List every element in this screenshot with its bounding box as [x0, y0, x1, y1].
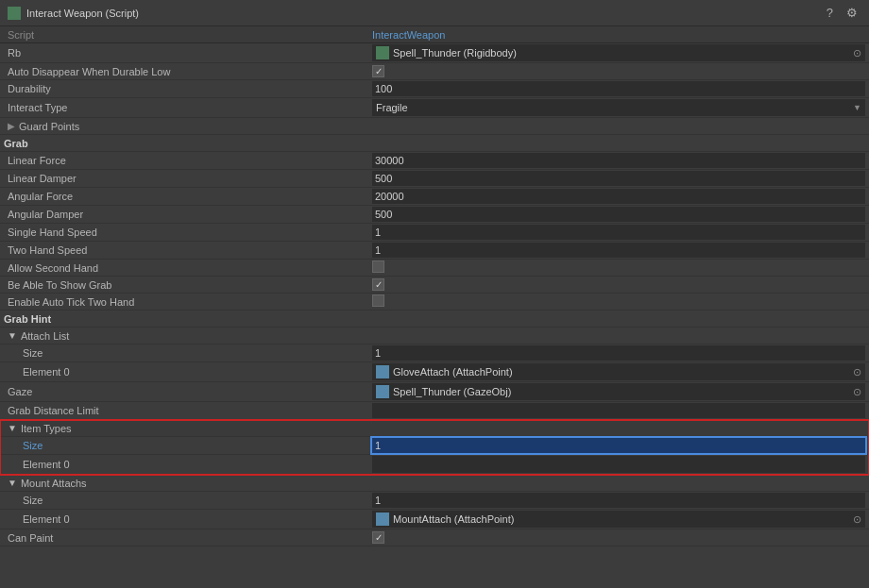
item-types-arrow: ▼ — [8, 423, 17, 433]
allow-second-hand-checkbox[interactable] — [372, 260, 384, 273]
rb-label: Rb — [4, 47, 372, 59]
item-types-size-value — [372, 438, 865, 453]
two-hand-speed-value — [372, 243, 865, 258]
interact-type-label: Interact Type — [4, 102, 372, 113]
angular-damper-label: Angular Damper — [4, 209, 372, 220]
enable-auto-tick-value — [372, 294, 865, 309]
mount-attachs-element0-icon — [376, 512, 389, 526]
mount-attachs-element0-row: Element 0 MountAttach (AttachPoint) ⊙ — [0, 510, 869, 529]
be-able-to-show-grab-value — [372, 278, 865, 291]
angular-force-value — [372, 189, 865, 204]
grab-distance-limit-row: Grab Distance Limit — [0, 402, 869, 420]
grab-hint-header: Grab Hint — [0, 311, 869, 328]
angular-force-input[interactable] — [372, 189, 865, 204]
title-bar-title: Interact Weapon (Script) — [26, 8, 823, 19]
attach-list-element0-text: GloveAttach (AttachPoint) — [393, 366, 849, 378]
gaze-value: Spell_Thunder (GazeObj) ⊙ — [372, 383, 865, 400]
rb-select-btn[interactable]: ⊙ — [853, 47, 861, 59]
allow-second-hand-row: Allow Second Hand — [0, 260, 869, 277]
mount-attachs-size-input[interactable] — [372, 493, 865, 508]
guard-points-label: Guard Points — [19, 121, 79, 132]
settings-button[interactable]: ⚙ — [843, 4, 861, 22]
mount-attachs-element0-label: Element 0 — [4, 513, 372, 525]
grab-distance-limit-value — [372, 403, 865, 418]
item-types-size-input[interactable] — [372, 438, 865, 453]
grab-distance-limit-input[interactable] — [372, 403, 865, 418]
grab-header: Grab — [0, 135, 869, 152]
gaze-object-text: Spell_Thunder (GazeObj) — [393, 386, 849, 397]
can-paint-checkbox[interactable] — [372, 531, 384, 544]
attach-list-element0-value: GloveAttach (AttachPoint) ⊙ — [372, 363, 865, 380]
be-able-to-show-grab-row: Be Able To Show Grab — [0, 277, 869, 294]
be-able-to-show-grab-checkbox[interactable] — [372, 278, 384, 291]
script-label: Script — [4, 29, 372, 41]
gaze-select-btn[interactable]: ⊙ — [853, 386, 861, 398]
auto-disappear-checkbox[interactable] — [372, 65, 384, 77]
durability-input[interactable] — [372, 81, 865, 96]
attach-list-size-input[interactable] — [372, 345, 865, 361]
item-types-header-row: ▼ Item Types — [0, 420, 869, 437]
durability-row: Durability — [0, 80, 869, 98]
item-types-element0-label: Element 0 — [4, 459, 372, 470]
rb-object-text: Spell_Thunder (Rigidbody) — [393, 47, 849, 59]
attach-list-label: Attach List — [21, 330, 69, 342]
item-types-size-row: Size — [0, 437, 869, 455]
single-hand-speed-label: Single Hand Speed — [4, 227, 372, 238]
angular-damper-input[interactable] — [372, 207, 865, 222]
be-able-to-show-grab-label: Be Able To Show Grab — [4, 279, 372, 291]
guard-points-row: ▶ Guard Points — [0, 118, 869, 135]
attach-list-header-row: ▼ Attach List — [0, 328, 869, 344]
attach-list-element0-row: Element 0 GloveAttach (AttachPoint) ⊙ — [0, 362, 869, 382]
linear-damper-row: Linear Damper — [0, 170, 869, 188]
rb-icon — [376, 46, 389, 59]
help-button[interactable]: ? — [823, 4, 837, 22]
single-hand-speed-row: Single Hand Speed — [0, 224, 869, 242]
mount-attachs-element0-btn[interactable]: ⊙ — [853, 513, 861, 526]
item-types-size-label: Size — [4, 440, 372, 451]
mount-attachs-arrow: ▼ — [8, 478, 17, 488]
linear-force-row: Linear Force — [0, 152, 869, 170]
angular-damper-row: Angular Damper — [0, 206, 869, 224]
guard-points-arrow: ▶ — [8, 121, 15, 131]
auto-disappear-value — [372, 65, 865, 77]
mount-attachs-size-value — [372, 493, 865, 508]
interact-type-dropdown[interactable]: Fragile ▼ — [372, 99, 865, 116]
enable-auto-tick-checkbox[interactable] — [372, 294, 384, 307]
item-types-label: Item Types — [21, 423, 72, 434]
linear-damper-value — [372, 171, 865, 186]
can-paint-row: Can Paint — [0, 529, 869, 546]
interact-type-row: Interact Type Fragile ▼ — [0, 98, 869, 118]
mount-attachs-label: Mount Attachs — [21, 478, 87, 489]
rb-value: Spell_Thunder (Rigidbody) ⊙ — [372, 44, 865, 61]
interact-type-value: Fragile — [376, 102, 853, 113]
enable-auto-tick-label: Enable Auto Tick Two Hand — [4, 296, 372, 308]
two-hand-speed-input[interactable] — [372, 243, 865, 258]
attach-list-arrow: ▼ — [8, 330, 17, 341]
durability-label: Durability — [4, 83, 372, 94]
attach-list-element0-label: Element 0 — [4, 366, 372, 378]
linear-force-value — [372, 153, 865, 168]
attach-list-element0-btn[interactable]: ⊙ — [853, 366, 861, 378]
item-types-element0-value — [372, 456, 865, 473]
script-value: InteractWeapon — [372, 29, 865, 41]
two-hand-speed-row: Two Hand Speed — [0, 242, 869, 260]
enable-auto-tick-row: Enable Auto Tick Two Hand — [0, 294, 869, 311]
linear-force-input[interactable] — [372, 153, 865, 168]
angular-damper-value — [372, 207, 865, 222]
title-bar-actions: ? ⚙ — [823, 4, 861, 22]
allow-second-hand-value — [372, 260, 865, 275]
gaze-icon — [376, 385, 389, 398]
attach-list-size-row: Size — [0, 344, 869, 362]
script-row: Script InteractWeapon — [0, 26, 869, 43]
mount-attachs-element0-text: MountAttach (AttachPoint) — [393, 513, 849, 525]
gaze-label: Gaze — [4, 386, 372, 397]
attach-list-size-label: Size — [4, 347, 372, 359]
item-types-section: ▼ Item Types Size Element 0 — [0, 420, 869, 475]
linear-damper-input[interactable] — [372, 171, 865, 186]
durability-value — [372, 81, 865, 96]
single-hand-speed-input[interactable] — [372, 225, 865, 240]
item-types-element0-row: Element 0 — [0, 455, 869, 475]
linear-force-label: Linear Force — [4, 155, 372, 166]
can-paint-label: Can Paint — [4, 532, 372, 544]
mount-attachs-size-row: Size — [0, 492, 869, 510]
